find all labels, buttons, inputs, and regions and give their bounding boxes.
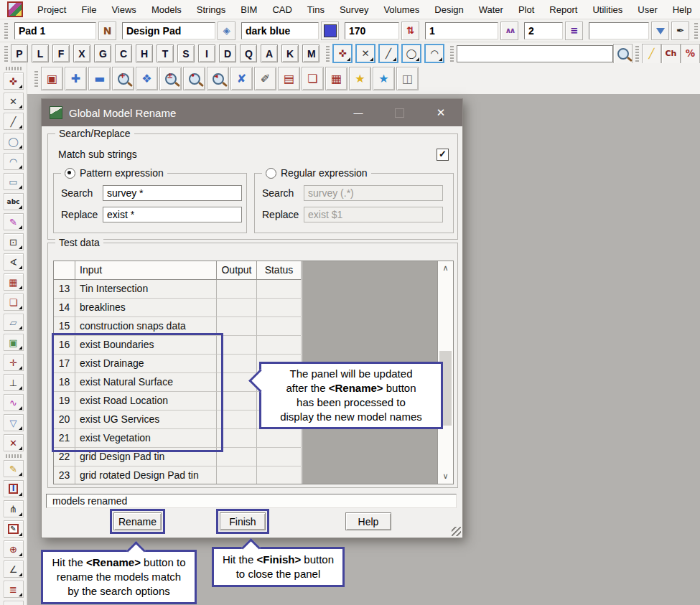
menu-report[interactable]: Report — [549, 3, 578, 17]
chainage-button[interactable]: Ch — [661, 44, 681, 64]
app-icon[interactable] — [7, 1, 23, 17]
table-row[interactable]: 15construction snaps data — [54, 317, 302, 336]
key-l-button[interactable]: L — [32, 44, 49, 62]
zoom-previous-button[interactable]: ◂ — [207, 67, 229, 90]
translate-button[interactable]: ⊥ — [4, 374, 24, 391]
menu-water[interactable]: Water — [478, 3, 504, 17]
height-field[interactable] — [345, 22, 399, 39]
key-i-button[interactable]: I — [198, 44, 215, 62]
key-x-button[interactable]: X — [73, 44, 90, 62]
table-row[interactable]: 22grid Design Pad tin — [54, 448, 302, 466]
key-g-button[interactable]: G — [94, 44, 111, 62]
weight-field[interactable] — [524, 22, 563, 39]
key-a-button[interactable]: A — [261, 44, 278, 62]
freehand-button[interactable]: ✎ — [4, 460, 24, 477]
print-button[interactable]: ▤ — [278, 67, 300, 90]
redraw-button[interactable]: ✐ — [254, 67, 276, 90]
symbol-field[interactable] — [589, 22, 649, 39]
grid-table-button[interactable]: ▦ — [4, 273, 24, 291]
pan-button[interactable]: ❖ — [136, 67, 158, 90]
drag-handle[interactable] — [635, 46, 639, 62]
save-view-button[interactable]: ▣ — [41, 67, 63, 90]
delete-points-button[interactable]: ✕ — [4, 434, 24, 451]
maximize-icon[interactable] — [387, 99, 411, 126]
copy-model-button[interactable]: ❏ — [4, 294, 24, 311]
model-field[interactable] — [122, 22, 215, 39]
circle-snap-button[interactable]: ◯ — [401, 44, 421, 63]
drag-handle[interactable] — [4, 46, 8, 62]
key-k-button[interactable]: K — [281, 44, 299, 62]
key-m-button[interactable]: M — [302, 44, 319, 62]
favourites-star-button[interactable]: ★ — [349, 67, 371, 90]
zoom-all-button[interactable]: • — [183, 67, 205, 90]
string-colour-button[interactable]: ∿ — [4, 394, 24, 411]
measure-button[interactable]: ∢ — [4, 253, 24, 271]
drag-handle[interactable] — [4, 23, 8, 39]
section-line-button[interactable]: ∠ — [4, 561, 24, 578]
plan-view-button[interactable]: ⊕ — [4, 540, 24, 558]
intersection-button[interactable]: ✕ — [4, 93, 24, 110]
line-snap-button[interactable]: ╱ — [378, 44, 398, 63]
cad-search-input[interactable] — [457, 45, 613, 62]
table-row[interactable]: 14breaklines — [54, 299, 302, 317]
drag-handle[interactable] — [6, 67, 22, 70]
create-point-button[interactable]: ✜ — [4, 72, 24, 90]
drag-handle[interactable] — [6, 454, 22, 458]
table-row[interactable]: 13Tin Intersection — [54, 280, 302, 299]
zoom-in-button[interactable]: + — [112, 67, 134, 90]
menu-project[interactable]: Project — [37, 3, 67, 17]
key-p-button[interactable]: P — [11, 44, 28, 62]
table-row[interactable]: 23grid rotated Design Pad tin — [54, 466, 302, 484]
key-d-button[interactable]: D — [219, 44, 236, 62]
pattern-search-input[interactable] — [103, 185, 242, 201]
create-circle-button[interactable]: ◯ — [4, 133, 24, 150]
arc-snap-button[interactable]: ◠ — [424, 44, 444, 63]
scroll-up-icon[interactable]: ∧ — [438, 261, 453, 276]
draw-symbol-button[interactable]: ✎ — [4, 213, 24, 230]
menu-file[interactable]: File — [80, 3, 97, 17]
key-h-button[interactable]: H — [136, 44, 153, 62]
move-button[interactable]: ✛ — [4, 354, 24, 371]
line-weight-button[interactable]: ≡ — [565, 22, 583, 40]
pattern-expression-radio[interactable] — [65, 168, 75, 179]
create-polygon-button[interactable]: ▱ — [4, 314, 24, 331]
edit-notes-button[interactable]: ✎ — [4, 520, 24, 538]
name-field[interactable] — [14, 22, 96, 39]
regex-search-input[interactable] — [304, 185, 443, 201]
eyedropper-button[interactable]: ✒ — [671, 22, 689, 40]
interface-text-button[interactable]: I — [4, 480, 24, 497]
menu-tins[interactable]: Tins — [307, 3, 325, 17]
close-icon[interactable] — [429, 99, 453, 126]
note-button[interactable]: N — [98, 22, 116, 40]
key-f-button[interactable]: F — [52, 44, 70, 62]
polygon-shield-button[interactable]: ▽ — [4, 414, 24, 431]
menu-views[interactable]: Views — [111, 3, 136, 17]
minimize-icon[interactable] — [346, 99, 370, 126]
menu-plot[interactable]: Plot — [518, 3, 535, 17]
colour-field[interactable] — [241, 22, 319, 39]
key-t-button[interactable]: T — [157, 44, 174, 62]
drag-handle[interactable] — [326, 46, 330, 62]
scroll-down-icon[interactable]: ∨ — [438, 469, 453, 484]
resize-grip[interactable] — [452, 527, 461, 536]
menu-strings[interactable]: Strings — [196, 3, 226, 17]
table-row[interactable]: 16exist Boundaries — [54, 336, 302, 355]
key-s-button[interactable]: S — [177, 44, 195, 62]
menu-volumes[interactable]: Volumes — [383, 3, 420, 17]
key-c-button[interactable]: C — [115, 44, 132, 62]
menu-survey[interactable]: Survey — [339, 3, 369, 17]
shared-star-button[interactable]: ★ — [373, 67, 395, 90]
pattern-replace-input[interactable] — [103, 207, 242, 222]
menu-models[interactable]: Models — [151, 3, 182, 17]
copy-view-button[interactable]: ❏ — [302, 67, 324, 90]
create-text-button[interactable]: abc — [4, 193, 24, 210]
palette-grid-button[interactable]: ▦ — [325, 67, 347, 90]
drag-handle[interactable] — [694, 23, 698, 39]
minimise-view-button[interactable]: ▬ — [88, 67, 111, 90]
point-snap-button[interactable]: ✜ — [332, 44, 353, 63]
create-arc-button[interactable]: ◠ — [4, 153, 24, 170]
linestyle-field[interactable] — [425, 22, 498, 39]
road-rail-button[interactable]: ≣ — [4, 581, 24, 598]
drag-handle[interactable] — [34, 71, 38, 87]
image-button[interactable]: ▣ — [4, 334, 24, 351]
